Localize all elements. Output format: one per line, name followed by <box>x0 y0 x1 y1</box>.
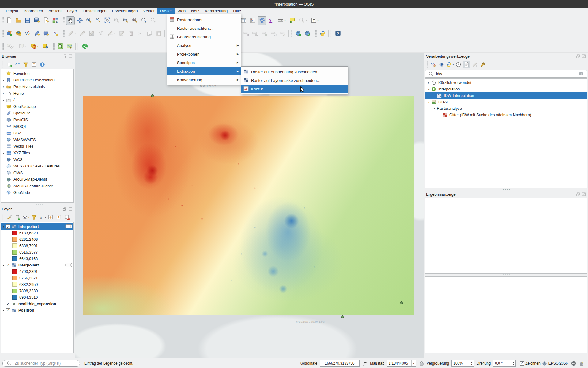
crs-status[interactable]: EPSG:2056 <box>548 361 568 366</box>
coordinate-field[interactable]: 1666270,3133756 <box>320 360 360 367</box>
python-scripts-button[interactable]: ▾ <box>446 61 454 68</box>
processing-item-gdal[interactable]: ▾GDAL <box>425 99 587 105</box>
toolbar-handle[interactable] <box>2 61 5 68</box>
zoom-native-button[interactable]: 1:1 <box>130 16 139 25</box>
processing-item-idw-interpolation[interactable]: IDW-Interpolation <box>425 92 587 99</box>
expand-arrow-icon[interactable]: ▾ <box>1 309 6 312</box>
add-delimited-text-layer-button[interactable]: V <box>23 29 32 38</box>
resource-sharing-button[interactable] <box>81 42 89 51</box>
add-raster-layer-button[interactable] <box>14 29 23 38</box>
spatial-bookmark-button[interactable] <box>41 42 49 51</box>
browser-item-geonode[interactable]: GeoNode <box>1 190 74 196</box>
browser-item-db2[interactable]: DB2DB2 <box>1 130 74 136</box>
browser-item-postgis[interactable]: PostGIS <box>1 117 74 123</box>
spin-arrows[interactable]: ▴▾ <box>469 360 474 366</box>
layer-row-positron[interactable]: ▾✓Positron <box>1 307 74 313</box>
toolbar-handle[interactable] <box>2 17 4 24</box>
osm-edit-button[interactable] <box>65 42 74 51</box>
measure-button[interactable]: ▾ <box>276 16 287 25</box>
float-panel-icon[interactable] <box>62 54 67 59</box>
scale-combo[interactable]: 1:13444005 ▾ <box>387 360 416 367</box>
map-tips-button[interactable] <box>288 16 296 25</box>
expand-arrow-icon[interactable]: ▸ <box>1 79 6 82</box>
toolbar-handle[interactable] <box>330 30 333 37</box>
text-annotation-button[interactable]: T▾ <box>309 16 320 25</box>
float-panel-icon[interactable] <box>62 207 67 211</box>
expand-arrow-icon[interactable]: ▸ <box>1 151 6 155</box>
statusbar-locator[interactable] <box>2 360 80 367</box>
menubar-item-ansicht[interactable]: Ansicht <box>46 8 64 14</box>
processing-options-button[interactable] <box>479 61 487 68</box>
locator-input[interactable] <box>15 361 77 366</box>
submenu-item-raster-auf-ausdehnung-zuschneiden[interactable]: Raster auf Ausdehnung zuschneiden… <box>241 67 348 76</box>
layer-row-neolithic-expansion[interactable]: ✓neolithic_expansion <box>1 301 74 307</box>
rotation-spinbox[interactable]: 0,0 ° ▴▾ <box>493 360 516 367</box>
close-panel-icon[interactable] <box>68 54 73 59</box>
browser-add-selected-layers-button[interactable] <box>6 61 13 68</box>
menubar-item-hilfe[interactable]: Hilfe <box>230 8 244 14</box>
crs-globe-icon[interactable] <box>542 361 547 366</box>
layer-row-interpoliert[interactable]: ▾✓Interpoliert <box>1 262 74 268</box>
save-project-button[interactable] <box>23 16 32 25</box>
remove-layer-button[interactable] <box>63 213 71 221</box>
statistical-summary-button[interactable] <box>248 16 257 25</box>
zoom-out-button[interactable] <box>94 16 102 25</box>
browser-filter-button[interactable] <box>22 61 30 68</box>
pan-to-selection-button[interactable] <box>75 16 84 25</box>
news-plugin-icon[interactable] <box>579 361 584 366</box>
toolbar-handle[interactable] <box>315 30 317 37</box>
processing-item-kürzlich-verwendet[interactable]: ▸Kürzlich verwendet <box>425 79 587 86</box>
menubar-item-verarbeitung[interactable]: Verarbeitung <box>202 8 230 14</box>
toolbar-handle[interactable] <box>77 43 80 50</box>
zoom-in-button[interactable] <box>85 16 93 25</box>
manage-map-themes-button[interactable]: ▾ <box>22 213 30 221</box>
expand-arrow-icon[interactable]: ▸ <box>427 81 431 84</box>
toolbar-handle[interactable] <box>427 61 429 68</box>
expand-arrow-icon[interactable]: ▸ <box>1 85 6 88</box>
layer-extent-badge[interactable] <box>65 263 72 267</box>
raster-menu-item-sonstiges[interactable]: Sonstiges▶ <box>167 58 241 67</box>
spin-arrows[interactable]: ▴▾ <box>511 360 515 366</box>
search-plugin-button[interactable] <box>56 42 65 51</box>
map-canvas[interactable]: NORWAY Mediterranean Sea <box>75 53 424 358</box>
help-button[interactable]: ? <box>334 29 342 38</box>
collapse-all-button[interactable] <box>55 213 63 221</box>
menubar-item-raster[interactable]: Raster <box>157 8 175 14</box>
menubar-item-einstellungen[interactable]: Einstellungen <box>80 8 109 14</box>
browser-item-vector-tiles[interactable]: Vector Tiles <box>1 143 74 150</box>
browser-properties-button[interactable]: i <box>39 61 46 68</box>
expand-arrow-icon[interactable]: ▸ <box>1 98 6 102</box>
mouse-tracking-icon[interactable] <box>362 361 368 366</box>
menubar-item-netz[interactable]: Netz <box>188 8 202 14</box>
results-viewer-button[interactable] <box>463 61 470 68</box>
new-project-button[interactable] <box>5 16 13 25</box>
save-project-as-button[interactable] <box>32 16 41 25</box>
raster-menu-item-analyse[interactable]: Analyse▶ <box>167 41 241 50</box>
expand-all-button[interactable] <box>47 213 55 221</box>
layer-overlap-button[interactable]: ▾ <box>29 42 40 51</box>
processing-toolbox-button[interactable] <box>258 16 266 25</box>
browser-refresh-button[interactable] <box>14 61 21 68</box>
raster-menu-item-extraktion[interactable]: Extraktion▶ <box>167 67 241 75</box>
layer-visibility-checkbox[interactable]: ✓ <box>6 308 10 312</box>
toolbar-handle[interactable] <box>2 30 4 37</box>
layer-visibility-checkbox[interactable]: ✓ <box>6 302 10 306</box>
processing-item-interpolation[interactable]: ▾Interpolation <box>425 86 587 92</box>
scale-dropdown[interactable]: ▾ <box>411 360 416 366</box>
browser-item-/[interactable]: ▸/ <box>1 97 74 103</box>
menubar-item-erweiterungen[interactable]: Erweiterungen <box>109 8 141 14</box>
toolbar-handle[interactable] <box>291 30 293 37</box>
toolbar-handle[interactable] <box>2 214 5 220</box>
metasearch-button[interactable] <box>303 29 311 38</box>
browser-item-wfs-/-ogc-api-features[interactable]: VWFS / OGC API - Features <box>1 163 74 170</box>
browser-collapse-all-button[interactable] <box>30 61 38 68</box>
browser-item-wcs[interactable]: WCS <box>1 156 74 163</box>
processing-item-rasteranalyse[interactable]: ▾Rasteranalyse <box>425 105 587 112</box>
submenu-item-raster-auf-layermaske-zuschneiden[interactable]: Raster auf Layermaske zuschneiden… <box>241 76 348 85</box>
browser-item-spatialite[interactable]: SpatiaLite <box>1 110 74 117</box>
style-manager-button[interactable]: a <box>51 16 59 25</box>
float-panel-icon[interactable] <box>576 54 580 59</box>
menubar-item-web[interactable]: Web <box>175 8 188 14</box>
pan-map-button[interactable] <box>66 16 75 25</box>
zoom-to-layer-button[interactable] <box>121 16 130 25</box>
